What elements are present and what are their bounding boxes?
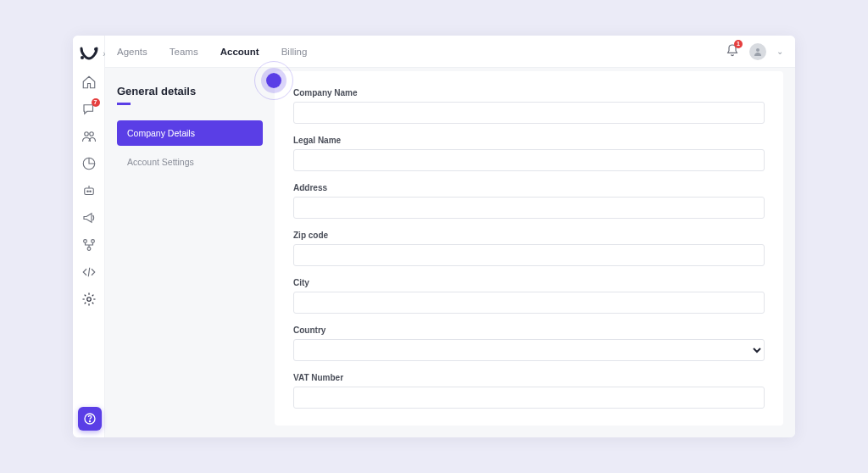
tab-billing[interactable]: Billing [281, 47, 308, 57]
svg-point-0 [81, 56, 84, 59]
megaphone-icon[interactable] [80, 209, 98, 227]
topbar-right: 1 ⌄ [726, 43, 783, 60]
pie-icon[interactable] [80, 154, 98, 173]
field-country: Country [293, 326, 765, 361]
tab-account[interactable]: Account [220, 47, 259, 57]
svg-point-3 [89, 132, 93, 136]
label-vat-number: VAT Number [293, 373, 765, 382]
title-underline [117, 103, 131, 105]
svg-point-12 [756, 48, 760, 52]
top-tabs: Agents Teams Account Billing 1 ⌄ [105, 36, 795, 68]
input-company-name[interactable] [293, 102, 765, 124]
tab-teams[interactable]: Teams [170, 47, 198, 57]
form-panel: Company Name Legal Name Address Zip code… [275, 71, 783, 426]
svg-rect-5 [84, 188, 93, 195]
svg-point-6 [86, 191, 88, 192]
code-icon[interactable] [80, 263, 98, 281]
chat-badge: 7 [92, 98, 100, 107]
label-city: City [293, 278, 765, 287]
content-row: General details Company Details Account … [105, 68, 795, 437]
svg-point-14 [89, 420, 90, 421]
people-icon[interactable] [80, 127, 98, 146]
field-address: Address [293, 183, 765, 219]
label-address: Address [293, 183, 765, 192]
sidebar-item-company-details[interactable]: Company Details [117, 120, 263, 146]
avatar[interactable] [749, 43, 766, 60]
input-zip-code[interactable] [293, 244, 765, 266]
svg-point-7 [89, 191, 91, 192]
section-sidebar: General details Company Details Account … [105, 68, 275, 437]
svg-point-11 [86, 298, 91, 302]
flow-icon[interactable] [80, 236, 98, 254]
field-zip-code: Zip code [293, 231, 765, 266]
input-legal-name[interactable] [293, 149, 765, 171]
svg-point-2 [84, 132, 88, 136]
input-address[interactable] [293, 197, 765, 219]
field-legal-name: Legal Name [293, 136, 765, 171]
notifications-badge: 1 [734, 40, 743, 48]
field-company-name: Company Name [293, 88, 765, 124]
input-city[interactable] [293, 292, 765, 314]
home-icon[interactable] [80, 73, 98, 92]
svg-point-9 [91, 240, 94, 243]
label-zip-code: Zip code [293, 231, 765, 240]
help-button[interactable] [78, 407, 102, 431]
sidebar-item-account-settings[interactable]: Account Settings [117, 149, 263, 175]
field-vat-number: VAT Number [293, 373, 765, 409]
svg-point-1 [94, 47, 97, 51]
svg-point-8 [83, 240, 86, 243]
settings-icon[interactable] [80, 290, 98, 309]
app-shell: › 7 Agents Teams Account Billing 1 [73, 36, 795, 437]
input-vat-number[interactable] [293, 387, 765, 409]
label-legal-name: Legal Name [293, 136, 765, 145]
field-city: City [293, 278, 765, 314]
notifications-button[interactable]: 1 [726, 43, 739, 60]
select-country[interactable] [293, 339, 765, 361]
user-menu-caret[interactable]: ⌄ [776, 47, 783, 56]
label-country: Country [293, 326, 765, 335]
left-rail: › 7 [73, 36, 105, 437]
chat-icon[interactable]: 7 [80, 100, 98, 119]
page-title: General details [117, 85, 263, 97]
svg-point-10 [87, 248, 91, 251]
bot-icon[interactable] [80, 181, 98, 200]
app-logo[interactable]: › [77, 42, 101, 64]
tab-agents[interactable]: Agents [117, 47, 147, 57]
label-company-name: Company Name [293, 88, 765, 97]
main-area: Agents Teams Account Billing 1 ⌄ General… [105, 36, 795, 437]
